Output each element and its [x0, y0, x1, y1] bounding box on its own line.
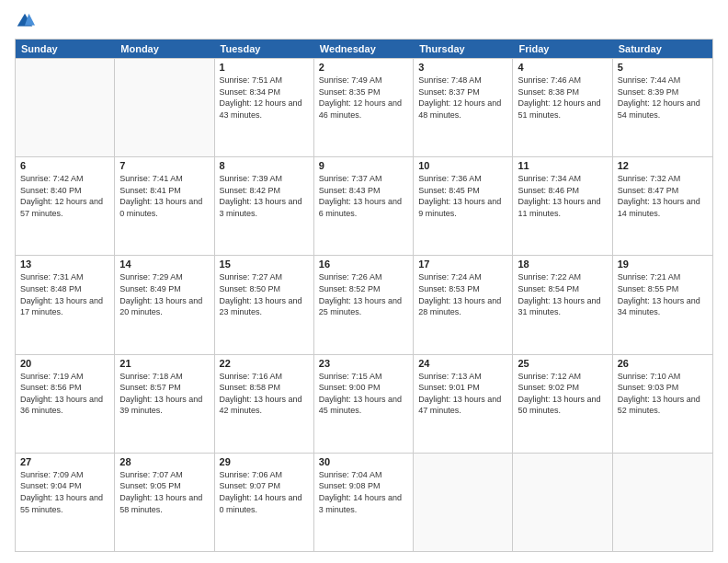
calendar-cell: 6Sunrise: 7:42 AMSunset: 8:40 PMDaylight… [16, 157, 115, 255]
calendar-cell: 27Sunrise: 7:09 AMSunset: 9:04 PMDayligh… [16, 454, 115, 551]
calendar-cell: 9Sunrise: 7:37 AMSunset: 8:43 PMDaylight… [314, 157, 414, 255]
calendar-cell: 24Sunrise: 7:13 AMSunset: 9:01 PMDayligh… [414, 355, 513, 453]
calendar-cell: 11Sunrise: 7:34 AMSunset: 8:46 PMDayligh… [513, 157, 612, 255]
day-info: Sunrise: 7:18 AMSunset: 8:57 PMDaylight:… [119, 371, 209, 417]
day-number: 6 [20, 160, 109, 171]
weekday-header: Tuesday [215, 40, 314, 58]
day-info: Sunrise: 7:07 AMSunset: 9:05 PMDaylight:… [119, 469, 209, 515]
day-info: Sunrise: 7:48 AMSunset: 8:37 PMDaylight:… [418, 75, 507, 121]
day-number: 10 [418, 160, 507, 171]
day-number: 30 [319, 456, 408, 467]
day-info: Sunrise: 7:49 AMSunset: 8:35 PMDaylight:… [319, 75, 408, 121]
calendar-cell [115, 59, 214, 156]
day-info: Sunrise: 7:46 AMSunset: 8:38 PMDaylight:… [518, 75, 607, 121]
day-number: 4 [518, 62, 607, 73]
day-info: Sunrise: 7:19 AMSunset: 8:56 PMDaylight:… [20, 371, 109, 417]
header [15, 11, 713, 31]
calendar-cell: 8Sunrise: 7:39 AMSunset: 8:42 PMDaylight… [215, 157, 314, 255]
weekday-header: Saturday [613, 40, 712, 58]
calendar-cell: 2Sunrise: 7:49 AMSunset: 8:35 PMDaylight… [314, 59, 414, 156]
day-info: Sunrise: 7:10 AMSunset: 9:03 PMDaylight:… [618, 371, 708, 417]
day-info: Sunrise: 7:51 AMSunset: 8:34 PMDaylight:… [220, 75, 309, 121]
day-info: Sunrise: 7:09 AMSunset: 9:04 PMDaylight:… [20, 469, 109, 515]
page: SundayMondayTuesdayWednesdayThursdayFrid… [0, 0, 728, 563]
weekday-header: Friday [513, 40, 612, 58]
day-info: Sunrise: 7:22 AMSunset: 8:54 PMDaylight:… [518, 271, 607, 317]
day-number: 23 [319, 358, 408, 369]
day-number: 18 [518, 259, 607, 270]
day-number: 15 [220, 259, 309, 270]
calendar-cell: 30Sunrise: 7:04 AMSunset: 9:08 PMDayligh… [314, 454, 414, 551]
calendar-cell: 7Sunrise: 7:41 AMSunset: 8:41 PMDaylight… [115, 157, 214, 255]
day-info: Sunrise: 7:13 AMSunset: 9:01 PMDaylight:… [418, 371, 507, 417]
calendar-row: 20Sunrise: 7:19 AMSunset: 8:56 PMDayligh… [16, 354, 712, 453]
calendar-cell: 19Sunrise: 7:21 AMSunset: 8:55 PMDayligh… [613, 256, 712, 353]
calendar-row: 6Sunrise: 7:42 AMSunset: 8:40 PMDaylight… [16, 156, 712, 255]
day-info: Sunrise: 7:29 AMSunset: 8:49 PMDaylight:… [119, 271, 209, 317]
day-number: 24 [418, 358, 507, 369]
calendar-cell [513, 454, 612, 551]
logo-icon [15, 11, 35, 31]
day-info: Sunrise: 7:37 AMSunset: 8:43 PMDaylight:… [319, 173, 408, 219]
day-number: 9 [319, 160, 408, 171]
calendar-cell: 23Sunrise: 7:15 AMSunset: 9:00 PMDayligh… [314, 355, 414, 453]
calendar-cell [613, 454, 712, 551]
day-info: Sunrise: 7:44 AMSunset: 8:39 PMDaylight:… [618, 75, 708, 121]
calendar: SundayMondayTuesdayWednesdayThursdayFrid… [15, 39, 713, 552]
day-number: 22 [220, 358, 309, 369]
calendar-cell: 29Sunrise: 7:06 AMSunset: 9:07 PMDayligh… [215, 454, 314, 551]
weekday-header: Sunday [16, 40, 115, 58]
day-number: 13 [20, 259, 109, 270]
day-number: 17 [418, 259, 507, 270]
day-number: 26 [618, 358, 708, 369]
weekday-header: Thursday [414, 40, 513, 58]
day-number: 19 [618, 259, 708, 270]
day-info: Sunrise: 7:31 AMSunset: 8:48 PMDaylight:… [20, 271, 109, 317]
day-info: Sunrise: 7:06 AMSunset: 9:07 PMDaylight:… [220, 469, 309, 515]
calendar-cell: 13Sunrise: 7:31 AMSunset: 8:48 PMDayligh… [16, 256, 115, 353]
calendar-cell: 5Sunrise: 7:44 AMSunset: 8:39 PMDaylight… [613, 59, 712, 156]
calendar-cell: 15Sunrise: 7:27 AMSunset: 8:50 PMDayligh… [215, 256, 314, 353]
day-info: Sunrise: 7:34 AMSunset: 8:46 PMDaylight:… [518, 173, 607, 219]
calendar-cell: 28Sunrise: 7:07 AMSunset: 9:05 PMDayligh… [115, 454, 214, 551]
day-number: 8 [220, 160, 309, 171]
day-number: 21 [119, 358, 209, 369]
calendar-cell: 16Sunrise: 7:26 AMSunset: 8:52 PMDayligh… [314, 256, 414, 353]
calendar-cell: 26Sunrise: 7:10 AMSunset: 9:03 PMDayligh… [613, 355, 712, 453]
day-number: 29 [220, 456, 309, 467]
day-number: 1 [220, 62, 309, 73]
calendar-cell [414, 454, 513, 551]
day-info: Sunrise: 7:42 AMSunset: 8:40 PMDaylight:… [20, 173, 109, 219]
calendar-row: 13Sunrise: 7:31 AMSunset: 8:48 PMDayligh… [16, 255, 712, 353]
calendar-cell: 21Sunrise: 7:18 AMSunset: 8:57 PMDayligh… [115, 355, 214, 453]
weekday-header: Wednesday [314, 40, 414, 58]
day-number: 2 [319, 62, 408, 73]
day-number: 5 [618, 62, 708, 73]
day-number: 25 [518, 358, 607, 369]
calendar-body: 1Sunrise: 7:51 AMSunset: 8:34 PMDaylight… [16, 58, 712, 551]
calendar-cell: 18Sunrise: 7:22 AMSunset: 8:54 PMDayligh… [513, 256, 612, 353]
calendar-header: SundayMondayTuesdayWednesdayThursdayFrid… [16, 40, 712, 58]
day-number: 14 [119, 259, 209, 270]
day-info: Sunrise: 7:26 AMSunset: 8:52 PMDaylight:… [319, 271, 408, 317]
day-number: 3 [418, 62, 507, 73]
day-number: 11 [518, 160, 607, 171]
day-info: Sunrise: 7:21 AMSunset: 8:55 PMDaylight:… [618, 271, 708, 317]
day-info: Sunrise: 7:15 AMSunset: 9:00 PMDaylight:… [319, 371, 408, 417]
day-number: 12 [618, 160, 708, 171]
day-info: Sunrise: 7:36 AMSunset: 8:45 PMDaylight:… [418, 173, 507, 219]
day-info: Sunrise: 7:24 AMSunset: 8:53 PMDaylight:… [418, 271, 507, 317]
calendar-cell: 20Sunrise: 7:19 AMSunset: 8:56 PMDayligh… [16, 355, 115, 453]
calendar-cell: 25Sunrise: 7:12 AMSunset: 9:02 PMDayligh… [513, 355, 612, 453]
calendar-row: 27Sunrise: 7:09 AMSunset: 9:04 PMDayligh… [16, 453, 712, 551]
calendar-cell: 10Sunrise: 7:36 AMSunset: 8:45 PMDayligh… [414, 157, 513, 255]
calendar-row: 1Sunrise: 7:51 AMSunset: 8:34 PMDaylight… [16, 58, 712, 156]
calendar-cell: 4Sunrise: 7:46 AMSunset: 8:38 PMDaylight… [513, 59, 612, 156]
day-info: Sunrise: 7:27 AMSunset: 8:50 PMDaylight:… [220, 271, 309, 317]
calendar-cell: 17Sunrise: 7:24 AMSunset: 8:53 PMDayligh… [414, 256, 513, 353]
day-info: Sunrise: 7:04 AMSunset: 9:08 PMDaylight:… [319, 469, 408, 515]
day-info: Sunrise: 7:12 AMSunset: 9:02 PMDaylight:… [518, 371, 607, 417]
day-number: 28 [119, 456, 209, 467]
day-info: Sunrise: 7:41 AMSunset: 8:41 PMDaylight:… [119, 173, 209, 219]
calendar-cell: 3Sunrise: 7:48 AMSunset: 8:37 PMDaylight… [414, 59, 513, 156]
